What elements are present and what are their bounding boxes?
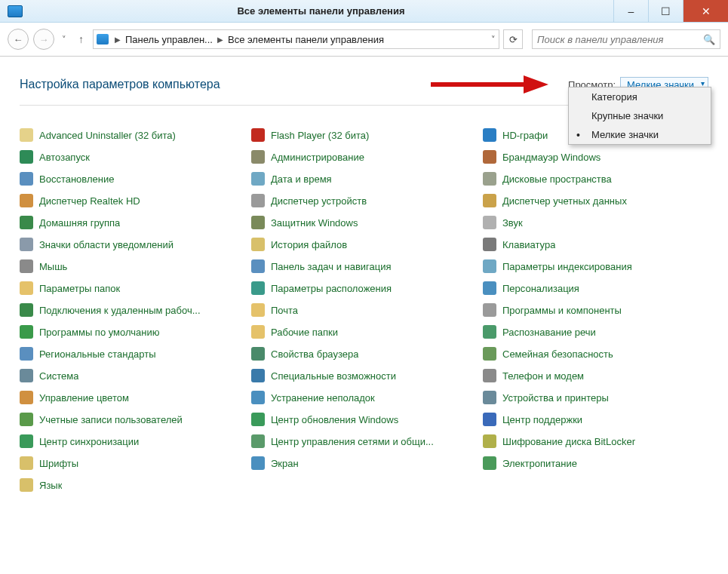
cp-item-label: Свойства браузера bbox=[271, 348, 358, 360]
cp-item-icon bbox=[20, 347, 33, 361]
cp-item-icon bbox=[251, 325, 265, 339]
cp-item[interactable]: Региональные стандарты bbox=[20, 347, 245, 361]
maximize-button[interactable]: ☐ bbox=[648, 0, 683, 22]
cp-item-icon bbox=[251, 216, 265, 229]
cp-item[interactable]: Язык bbox=[20, 478, 245, 492]
cp-item[interactable]: Диспетчер учетных данных bbox=[483, 194, 708, 207]
cp-item[interactable]: Устранение неполадок bbox=[251, 391, 477, 404]
cp-item-icon bbox=[483, 194, 496, 207]
dropdown-option-small-icons[interactable]: Мелкие значки bbox=[569, 125, 711, 144]
cp-item-icon bbox=[20, 150, 33, 164]
cp-item[interactable]: Центр обновления Windows bbox=[251, 413, 477, 426]
cp-item-icon bbox=[251, 259, 265, 273]
cp-item-label: Дисковые пространства bbox=[502, 173, 612, 185]
cp-item-label: Параметры папок bbox=[39, 283, 120, 294]
minimize-button[interactable]: – bbox=[613, 0, 648, 22]
cp-item[interactable]: Экран bbox=[251, 456, 477, 470]
cp-item[interactable]: Программы по умолчанию bbox=[20, 325, 245, 339]
cp-item[interactable]: Свойства браузера bbox=[251, 347, 477, 361]
window-controls: – ☐ ✕ bbox=[613, 0, 728, 22]
cp-item-icon bbox=[483, 259, 496, 273]
cp-item[interactable]: Рабочие папки bbox=[251, 325, 477, 339]
cp-item-label: Рабочие папки bbox=[271, 327, 338, 338]
cp-item[interactable]: Защитник Windows bbox=[251, 216, 477, 229]
cp-item-icon bbox=[483, 369, 496, 382]
cp-item[interactable]: Подключения к удаленным рабоч... bbox=[20, 303, 245, 317]
search-input[interactable] bbox=[537, 34, 703, 45]
cp-item[interactable]: Центр поддержки bbox=[483, 413, 708, 426]
dropdown-option-category[interactable]: Категория bbox=[569, 87, 711, 106]
cp-item[interactable]: Центр синхронизации bbox=[20, 434, 245, 448]
cp-item-label: Защитник Windows bbox=[271, 217, 358, 229]
cp-item[interactable]: Шрифты bbox=[20, 456, 245, 470]
breadcrumb-separator: ▶ bbox=[113, 35, 122, 44]
cp-item[interactable]: Персонализация bbox=[483, 281, 708, 295]
cp-item[interactable]: Распознавание речи bbox=[483, 325, 708, 339]
cp-item[interactable]: Восстановление bbox=[20, 172, 245, 186]
cp-item[interactable]: Значки области уведомлений bbox=[20, 238, 245, 251]
cp-item-icon bbox=[20, 369, 33, 382]
cp-item[interactable]: Дисковые пространства bbox=[483, 172, 708, 186]
refresh-button[interactable]: ⟳ bbox=[503, 29, 523, 49]
cp-item[interactable]: Центр управления сетями и общи... bbox=[251, 434, 477, 448]
cp-item-label: Администрирование bbox=[271, 152, 364, 163]
page-title: Настройка параметров компьютера bbox=[20, 78, 346, 91]
cp-item[interactable]: Брандмауэр Windows bbox=[483, 150, 708, 164]
cp-item-label: История файлов bbox=[271, 239, 347, 250]
dropdown-option-large-icons[interactable]: Крупные значки bbox=[569, 106, 711, 125]
cp-item[interactable]: Клавиатура bbox=[483, 238, 708, 251]
cp-item-label: HD-графи bbox=[502, 130, 548, 141]
cp-item[interactable]: Шифрование диска BitLocker bbox=[483, 434, 708, 448]
cp-item-icon bbox=[483, 325, 496, 339]
cp-item[interactable]: Параметры расположения bbox=[251, 281, 477, 295]
cp-item-label: Центр обновления Windows bbox=[271, 414, 398, 425]
breadcrumb-item[interactable]: Панель управлен... bbox=[122, 34, 216, 45]
cp-item[interactable]: Специальные возможности bbox=[251, 369, 477, 382]
cp-item-icon bbox=[483, 238, 496, 251]
cp-item-label: Система bbox=[39, 370, 78, 382]
cp-item[interactable]: Электропитание bbox=[483, 456, 708, 470]
cp-item-icon bbox=[20, 128, 33, 142]
view-dropdown[interactable]: Категория Крупные значки Мелкие значки bbox=[568, 87, 711, 145]
up-button[interactable]: ↑ bbox=[74, 33, 88, 45]
cp-item[interactable]: Администрирование bbox=[251, 150, 477, 164]
cp-item[interactable]: Учетные записи пользователей bbox=[20, 413, 245, 426]
cp-item[interactable]: Панель задач и навигация bbox=[251, 259, 477, 273]
cp-item[interactable]: История файлов bbox=[251, 238, 477, 251]
cp-item-label: Диспетчер устройств bbox=[271, 195, 367, 207]
cp-item[interactable]: Мышь bbox=[20, 259, 245, 273]
breadcrumb-dropdown[interactable]: ˅ bbox=[491, 35, 496, 45]
cp-item-label: Домашняя группа bbox=[39, 217, 120, 229]
back-button[interactable]: ← bbox=[8, 29, 29, 50]
forward-button[interactable]: → bbox=[33, 29, 54, 50]
cp-item[interactable]: Диспетчер Realtek HD bbox=[20, 194, 245, 207]
cp-item[interactable]: Домашняя группа bbox=[20, 216, 245, 229]
cp-item[interactable]: Автозапуск bbox=[20, 150, 245, 164]
cp-item[interactable]: Advanced Uninstaller (32 бита) bbox=[20, 128, 245, 142]
cp-item[interactable]: Управление цветом bbox=[20, 391, 245, 404]
cp-item[interactable]: Телефон и модем bbox=[483, 369, 708, 382]
cp-item-label: Шрифты bbox=[39, 458, 78, 469]
history-dropdown-button[interactable]: ˅ bbox=[59, 35, 69, 45]
cp-item-icon bbox=[251, 194, 265, 207]
breadcrumb-item[interactable]: Все элементы панели управления bbox=[225, 34, 387, 45]
cp-item[interactable]: Семейная безопасность bbox=[483, 347, 708, 361]
breadcrumb[interactable]: ▶ Панель управлен... ▶ Все элементы пане… bbox=[93, 29, 499, 49]
cp-item[interactable]: Дата и время bbox=[251, 172, 477, 186]
cp-item-label: Параметры расположения bbox=[271, 283, 392, 294]
control-panel-icon bbox=[97, 34, 109, 45]
cp-item[interactable]: Звук bbox=[483, 216, 708, 229]
search-box[interactable]: 🔍 bbox=[532, 29, 720, 49]
cp-item[interactable]: Параметры индексирования bbox=[483, 259, 708, 273]
cp-item[interactable]: Flash Player (32 бита) bbox=[251, 128, 477, 142]
cp-item-icon bbox=[251, 391, 265, 404]
close-button[interactable]: ✕ bbox=[683, 0, 728, 22]
svg-marker-1 bbox=[524, 75, 548, 94]
cp-item[interactable]: Почта bbox=[251, 303, 477, 317]
cp-item[interactable]: Параметры папок bbox=[20, 281, 245, 295]
cp-item[interactable]: Диспетчер устройств bbox=[251, 194, 477, 207]
cp-item[interactable]: Устройства и принтеры bbox=[483, 391, 708, 404]
cp-item[interactable]: Система bbox=[20, 369, 245, 382]
cp-item[interactable]: Программы и компоненты bbox=[483, 303, 708, 317]
cp-item-icon bbox=[20, 194, 33, 207]
